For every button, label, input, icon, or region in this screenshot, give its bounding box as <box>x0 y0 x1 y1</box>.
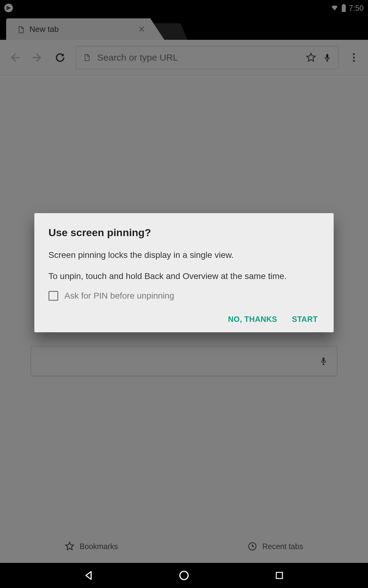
no-thanks-button[interactable]: NO, THANKS <box>228 315 277 324</box>
screen-pinning-dialog: Use screen pinning? Screen pinning locks… <box>34 213 334 332</box>
system-navigation-bar <box>0 563 368 588</box>
checkbox-icon[interactable] <box>48 291 58 301</box>
home-nav-button[interactable] <box>178 569 190 582</box>
svg-rect-6 <box>276 572 282 579</box>
dialog-text-line2: To unpin, touch and hold Back and Overvi… <box>48 270 320 283</box>
checkbox-label: Ask for PIN before unpinning <box>64 291 174 301</box>
overview-nav-button[interactable] <box>273 569 286 582</box>
start-button[interactable]: START <box>292 315 318 324</box>
back-nav-button[interactable] <box>82 569 95 582</box>
dialog-text-line1: Screen pinning locks the display in a si… <box>48 249 320 262</box>
svg-point-5 <box>180 571 188 580</box>
dialog-title: Use screen pinning? <box>48 227 320 239</box>
ask-pin-checkbox-row[interactable]: Ask for PIN before unpinning <box>48 291 320 301</box>
